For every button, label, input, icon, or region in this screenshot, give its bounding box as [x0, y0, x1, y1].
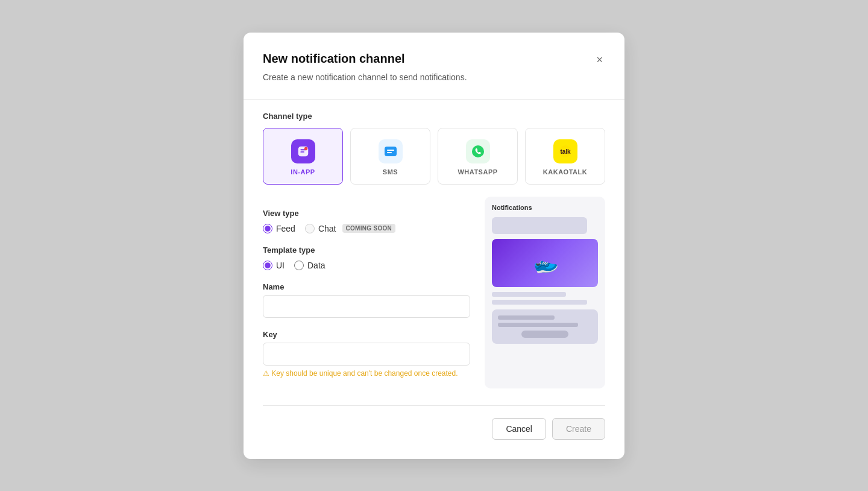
- preview-text-line-1: [492, 292, 566, 297]
- form-section: View type Feed Chat COMING SOON: [263, 197, 470, 388]
- template-type-data[interactable]: Data: [294, 261, 326, 270]
- preview-box: Notifications 👟: [485, 197, 605, 388]
- key-warning: ⚠ Key should be unique and can't be chan…: [263, 369, 470, 378]
- preview-text-line-2: [492, 300, 587, 305]
- template-type-ui[interactable]: UI: [263, 261, 285, 270]
- channel-kakaotalk[interactable]: talk KAKAOTALK: [525, 128, 605, 185]
- preview-image-inner: 👟: [492, 239, 598, 287]
- name-field-section: Name: [263, 282, 470, 318]
- preview-placeholder-1: [492, 217, 587, 234]
- svg-rect-2: [300, 151, 304, 153]
- ui-label: UI: [276, 261, 285, 270]
- svg-point-5: [472, 145, 484, 157]
- template-type-label: Template type: [263, 246, 470, 255]
- svg-rect-4: [385, 147, 397, 156]
- name-input[interactable]: [263, 295, 470, 318]
- preview-title: Notifications: [492, 204, 598, 211]
- channel-inapp[interactable]: IN-APP: [263, 128, 343, 185]
- chat-label: Chat: [318, 224, 336, 233]
- key-input[interactable]: [263, 343, 470, 366]
- close-button[interactable]: ×: [594, 52, 605, 68]
- kakaotalk-icon: talk: [553, 139, 577, 163]
- feed-radio[interactable]: [263, 224, 272, 233]
- preview-bottom-card: [492, 309, 598, 344]
- modal-dialog: New notification channel × Create a new …: [244, 33, 624, 459]
- name-field-label: Name: [263, 282, 470, 291]
- preview-bottom-btn: [521, 331, 568, 338]
- channel-type-section: Channel type IN-APP: [263, 112, 605, 185]
- feed-label: Feed: [276, 224, 295, 233]
- modal-overlay: New notification channel × Create a new …: [0, 0, 868, 491]
- channel-sms[interactable]: SMS: [350, 128, 430, 185]
- key-field-section: Key ⚠ Key should be unique and can't be …: [263, 330, 470, 378]
- channel-type-options: IN-APP SMS: [263, 128, 605, 185]
- inapp-label: IN-APP: [291, 168, 315, 176]
- svg-text:talk: talk: [560, 148, 571, 155]
- coming-soon-badge: COMING SOON: [342, 224, 396, 233]
- key-field-label: Key: [263, 330, 470, 339]
- main-content: View type Feed Chat COMING SOON: [263, 197, 605, 388]
- modal-title: New notification channel: [263, 52, 405, 66]
- chat-radio: [305, 224, 315, 233]
- modal-header: New notification channel ×: [263, 52, 605, 68]
- svg-point-3: [304, 147, 307, 150]
- preview-text-lines: [492, 292, 598, 305]
- divider: [244, 99, 624, 100]
- whatsapp-icon: [466, 139, 490, 163]
- whatsapp-label: WHATSAPP: [458, 168, 497, 176]
- data-label: Data: [307, 261, 326, 270]
- view-type-label: View type: [263, 209, 470, 218]
- data-radio[interactable]: [294, 261, 304, 270]
- modal-footer: Cancel Create: [263, 405, 605, 440]
- preview-bottom-line-2: [498, 323, 578, 327]
- inapp-icon: [291, 139, 315, 163]
- template-type-section: Template type UI Data: [263, 246, 470, 270]
- sms-icon: [379, 139, 403, 163]
- create-button[interactable]: Create: [552, 418, 605, 440]
- preview-section: Notifications 👟: [485, 197, 605, 388]
- view-type-radio-group: Feed Chat COMING SOON: [263, 224, 470, 233]
- cancel-button[interactable]: Cancel: [492, 418, 546, 440]
- ui-radio[interactable]: [263, 261, 272, 270]
- view-type-section: View type Feed Chat COMING SOON: [263, 209, 470, 233]
- preview-bottom-line-1: [498, 315, 555, 320]
- shoe-emoji: 👟: [530, 248, 561, 277]
- preview-image-card: 👟: [492, 239, 598, 287]
- channel-whatsapp[interactable]: WHATSAPP: [438, 128, 518, 185]
- channel-type-label: Channel type: [263, 112, 605, 121]
- modal-subtitle: Create a new notification channel to sen…: [263, 72, 605, 82]
- template-type-radio-group: UI Data: [263, 261, 470, 270]
- kakaotalk-label: KAKAOTALK: [543, 168, 587, 176]
- view-type-feed[interactable]: Feed: [263, 224, 295, 233]
- view-type-chat: Chat COMING SOON: [305, 224, 395, 233]
- sms-label: SMS: [383, 168, 398, 176]
